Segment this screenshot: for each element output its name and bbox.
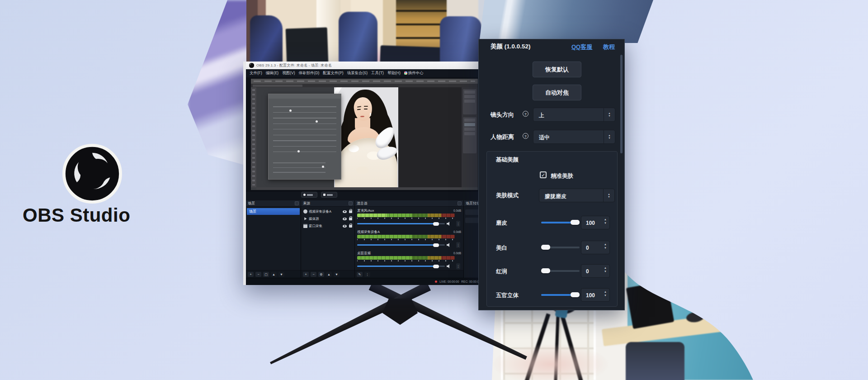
- obs-titlebar[interactable]: OBS 29.1.3 - 配置文件: 未命名 - 场景: 未命名: [246, 62, 484, 69]
- add-scene-button[interactable]: +: [248, 272, 254, 277]
- speaker-icon[interactable]: [447, 264, 451, 268]
- visibility-eye-icon[interactable]: [343, 210, 347, 213]
- select-stepper-icon[interactable]: ▲▼: [603, 189, 614, 202]
- source-up-button[interactable]: ▲: [326, 272, 332, 277]
- lock-icon[interactable]: [349, 225, 352, 228]
- precise-skin-checkbox[interactable]: ✓: [540, 171, 547, 178]
- panel-title: 美颜 (1.0.0.52): [491, 43, 531, 51]
- qq-support-link[interactable]: QQ客服: [571, 43, 592, 51]
- select-stepper-icon[interactable]: ▲▼: [604, 108, 615, 121]
- gear-icon[interactable]: [349, 201, 353, 205]
- numbox-stepper-icon[interactable]: ▲▼: [604, 290, 607, 297]
- obs-studio-wordmark: OBS Studio: [23, 204, 167, 226]
- numbox-stepper-icon[interactable]: ▲▼: [604, 243, 607, 249]
- scene-down-button[interactable]: ▼: [278, 272, 284, 277]
- menu-profile[interactable]: 配置文件(P): [323, 71, 343, 76]
- help-icon[interactable]: ?: [523, 111, 528, 117]
- rosy-slider[interactable]: [541, 270, 580, 272]
- face-3d-numbox[interactable]: 100 ▲▼: [581, 288, 610, 302]
- menu-docks[interactable]: 停靠部件(D): [299, 71, 320, 76]
- gear-icon[interactable]: [458, 201, 462, 205]
- chair: [626, 342, 684, 380]
- face-3d-slider[interactable]: [541, 294, 580, 296]
- slider-thumb[interactable]: [571, 292, 580, 297]
- mixer-channel: 视频采集设备A 0.0dB ⋮: [357, 229, 461, 250]
- remove-scene-button[interactable]: −: [255, 272, 261, 277]
- source-row[interactable]: 窗口采集: [302, 223, 354, 229]
- scene-filters-button[interactable]: ▢: [263, 272, 269, 277]
- mixer-filters-button[interactable]: ✎: [357, 272, 363, 277]
- volume-slider[interactable]: [357, 264, 445, 268]
- menu-plugin-center[interactable]: 插件中心: [404, 71, 424, 76]
- media-source-icon: [303, 217, 307, 221]
- preview-action-button-1[interactable]: [301, 192, 317, 198]
- numbox-stepper-icon[interactable]: ▲▼: [604, 218, 607, 224]
- channel-menu-icon[interactable]: ⋮: [456, 221, 460, 227]
- rosy-label: 红润: [496, 268, 507, 276]
- editor-options-bar: [251, 79, 478, 84]
- source-row[interactable]: 媒体源: [302, 215, 354, 222]
- auto-focus-button[interactable]: 自动对焦: [533, 85, 581, 100]
- panel-scrollbar[interactable]: [620, 55, 623, 153]
- visibility-eye-icon[interactable]: [343, 218, 347, 220]
- advanced-audio-button[interactable]: ⋮: [364, 272, 370, 277]
- scene-list-item-selected[interactable]: 场景: [247, 208, 300, 215]
- monitor-stand-hub: [382, 299, 418, 325]
- visibility-eye-icon[interactable]: [343, 225, 347, 228]
- numbox-stepper-icon[interactable]: ▲▼: [604, 266, 607, 273]
- menu-edit[interactable]: 编辑(E): [266, 71, 278, 76]
- plugin-icon: [404, 71, 407, 75]
- channel-menu-icon[interactable]: ⋮: [456, 263, 460, 269]
- camera-direction-select[interactable]: 上 ▲▼: [533, 108, 615, 122]
- smooth-skin-label: 磨皮: [496, 219, 507, 227]
- obs-menubar: 文件(F) 编辑(E) 视图(V) 停靠部件(D) 配置文件(P) 场景集合(S…: [246, 69, 484, 77]
- lock-icon[interactable]: [349, 210, 352, 213]
- speaker-icon[interactable]: [447, 222, 451, 226]
- gaming-chair: [250, 15, 283, 64]
- speaker-icon[interactable]: [447, 243, 451, 247]
- slider-thumb[interactable]: [571, 220, 580, 225]
- lock-icon[interactable]: [349, 218, 352, 220]
- slider-thumb[interactable]: [541, 268, 550, 273]
- group-title: 基础美颜: [496, 156, 519, 164]
- rosy-numbox[interactable]: 0 ▲▼: [581, 264, 610, 278]
- restore-default-button[interactable]: 恢复默认: [533, 62, 581, 77]
- scene-up-button[interactable]: ▲: [271, 272, 277, 277]
- whitening-label: 美白: [496, 244, 507, 252]
- whitening-numbox[interactable]: 0 ▲▼: [581, 241, 610, 254]
- editor-toolbox: [251, 87, 256, 187]
- source-row[interactable]: 视频采集设备A: [302, 208, 354, 215]
- volume-slider-handle[interactable]: [433, 222, 439, 226]
- menu-file[interactable]: 文件(F): [250, 71, 262, 76]
- person-distance-select[interactable]: 适中 ▲▼: [533, 130, 615, 144]
- skin-mode-select[interactable]: 朦胧磨皮 ▲▼: [539, 189, 615, 202]
- smooth-skin-numbox[interactable]: 100 ▲▼: [581, 216, 610, 229]
- volume-slider-handle[interactable]: [433, 265, 439, 268]
- remove-source-button[interactable]: −: [311, 272, 316, 277]
- obs-preview[interactable]: [246, 77, 484, 192]
- desk-monitor: [626, 281, 675, 329]
- volume-slider-handle[interactable]: [433, 243, 439, 247]
- add-source-button[interactable]: +: [303, 272, 309, 277]
- scenes-dock-title: 场景: [248, 201, 255, 206]
- menu-tools[interactable]: 工具(T): [371, 71, 384, 76]
- channel-menu-icon[interactable]: ⋮: [456, 242, 460, 248]
- preview-action-button-2[interactable]: [321, 192, 337, 198]
- editor-statusbar: [256, 187, 462, 190]
- gear-icon[interactable]: [295, 201, 299, 205]
- person-distance-label: 人物距离: [491, 133, 514, 141]
- select-stepper-icon[interactable]: ▲▼: [604, 130, 615, 143]
- tutorial-link[interactable]: 教程: [603, 43, 615, 51]
- menu-scene-collection[interactable]: 场景集合(S): [347, 71, 368, 76]
- volume-slider[interactable]: [357, 243, 445, 247]
- smooth-skin-slider[interactable]: [541, 222, 580, 223]
- slider-thumb[interactable]: [541, 245, 550, 250]
- help-icon[interactable]: ?: [523, 133, 528, 139]
- source-properties-button[interactable]: ⚙: [318, 272, 324, 277]
- whitening-slider[interactable]: [541, 247, 580, 248]
- volume-slider[interactable]: [357, 222, 445, 226]
- source-down-button[interactable]: ▼: [334, 272, 340, 277]
- menu-help[interactable]: 帮助(H): [387, 71, 401, 76]
- collage-gaming-room-photo: [246, 0, 509, 65]
- menu-view[interactable]: 视图(V): [282, 71, 295, 76]
